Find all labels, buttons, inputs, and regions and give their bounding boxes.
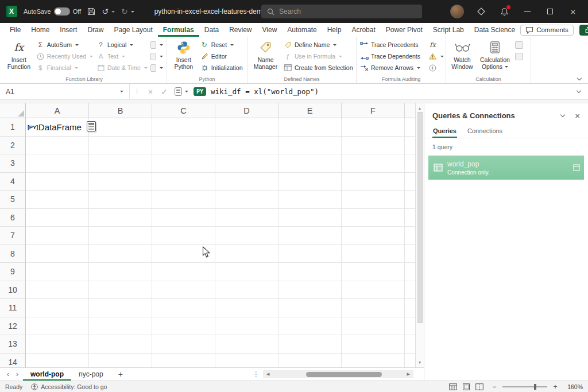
diamond-icon[interactable] [470, 0, 493, 23]
trace-precedents-button[interactable]: Trace Precedents [358, 39, 427, 51]
cell-B13[interactable] [89, 335, 152, 354]
vertical-scrollbar[interactable]: ▲ ▼ [415, 103, 424, 367]
cell-E5[interactable] [278, 191, 342, 209]
menu-tab-insert[interactable]: Insert [55, 23, 82, 37]
select-all-corner[interactable] [0, 103, 26, 118]
cell-A12[interactable] [26, 317, 89, 336]
redo-button[interactable]: ↻ [121, 7, 134, 16]
cell-D3[interactable] [215, 154, 278, 173]
menu-tab-draw[interactable]: Draw [82, 23, 109, 37]
cell-B3[interactable] [89, 154, 152, 173]
row-header-7[interactable]: 7 [0, 227, 26, 245]
row-header-14[interactable]: 14 [0, 354, 26, 368]
scroll-down-arrow[interactable]: ▼ [418, 359, 422, 367]
cell-C13[interactable] [152, 335, 215, 354]
cell-B1[interactable] [89, 118, 152, 137]
zoom-in-button[interactable]: + [552, 383, 558, 391]
name-box-dropdown-icon[interactable] [120, 91, 123, 92]
enter-icon[interactable]: ✓ [157, 87, 172, 96]
reset-button[interactable]: ↻Reset [199, 39, 245, 51]
cell-D11[interactable] [215, 299, 278, 317]
row-header-6[interactable]: 6 [0, 209, 26, 227]
cell-B6[interactable] [89, 209, 152, 227]
menu-tab-page-layout[interactable]: Page Layout [109, 23, 157, 37]
accessibility-status[interactable]: Accessibility: Good to go [31, 383, 107, 390]
vertical-scroll-thumb[interactable] [417, 112, 423, 323]
cell-D6[interactable] [215, 209, 278, 227]
cell-A8[interactable] [26, 245, 89, 263]
cell-F14[interactable] [342, 354, 405, 368]
notifications-bell-icon[interactable] [493, 0, 516, 23]
initialization-button[interactable]: Initialization [199, 62, 245, 73]
cancel-icon[interactable]: × [144, 87, 157, 96]
autosum-button[interactable]: ΣAutoSum [34, 39, 95, 51]
row-header-9[interactable]: 9 [0, 263, 26, 281]
cell-B8[interactable] [89, 245, 152, 263]
formula-bar-resizer[interactable]: ⋮ [130, 88, 144, 95]
name-manager-button[interactable]: Name Manager [249, 37, 282, 75]
cell-C10[interactable] [152, 281, 215, 300]
menu-tab-data[interactable]: Data [199, 23, 224, 37]
more-functions-button[interactable] [149, 62, 165, 73]
cell-F6[interactable] [342, 209, 405, 227]
calculation-options-button[interactable]: Calculation Options [477, 37, 513, 75]
cell-A3[interactable] [26, 154, 89, 173]
cell-E3[interactable] [278, 154, 342, 173]
cell-D12[interactable] [215, 317, 278, 336]
menu-tab-view[interactable]: View [257, 23, 283, 37]
ribbon-collapse-chevron[interactable] [577, 76, 582, 80]
cell-D5[interactable] [215, 191, 278, 209]
row-header-3[interactable]: 3 [0, 154, 26, 173]
menu-tab-data-science[interactable]: Data Science [469, 23, 520, 37]
save-button[interactable] [87, 7, 95, 15]
page-layout-view-icon[interactable] [462, 383, 470, 390]
cell-A14[interactable] [26, 354, 89, 368]
cell-B4[interactable] [89, 173, 152, 191]
cell-F10[interactable] [342, 281, 405, 300]
cell-B9[interactable] [89, 263, 152, 281]
cell-D10[interactable] [215, 281, 278, 300]
cell-A5[interactable] [26, 191, 89, 209]
cell-E12[interactable] [278, 317, 342, 336]
lookup-reference-button[interactable] [149, 39, 165, 51]
cell-F9[interactable] [342, 263, 405, 281]
zoom-level[interactable]: 160% [563, 383, 583, 390]
cell-E6[interactable] [278, 209, 342, 227]
normal-view-icon[interactable] [449, 383, 457, 390]
cell-F5[interactable] [342, 191, 405, 209]
sheet-bar-divider[interactable]: ⋮ [253, 368, 260, 381]
cell-A9[interactable] [26, 263, 89, 281]
cell-B10[interactable] [89, 281, 152, 300]
sheet-tab-world-pop[interactable]: world-pop [23, 368, 71, 381]
close-button[interactable]: × [562, 0, 585, 23]
cell-F11[interactable] [342, 299, 405, 317]
logical-button[interactable]: ?Logical [95, 39, 149, 51]
cell-E11[interactable] [278, 299, 342, 317]
column-header-E[interactable]: E [278, 103, 342, 118]
tab-connections[interactable]: Connections [467, 126, 503, 138]
cell-C9[interactable] [152, 263, 215, 281]
cell-E8[interactable] [278, 245, 342, 263]
cell-E13[interactable] [278, 335, 342, 354]
cell-D13[interactable] [215, 335, 278, 354]
cell-C6[interactable] [152, 209, 215, 227]
row-header-4[interactable]: 4 [0, 173, 26, 191]
cell-E7[interactable] [278, 227, 342, 245]
restore-button[interactable] [539, 0, 562, 23]
scroll-up-arrow[interactable]: ▲ [418, 103, 422, 112]
comments-button[interactable]: Comments [520, 25, 574, 36]
cell-D7[interactable] [215, 227, 278, 245]
formula-bar-expand-chevron[interactable] [577, 88, 581, 93]
row-header-5[interactable]: 5 [0, 191, 26, 209]
row-header-2[interactable]: 2 [0, 137, 26, 155]
cell-C11[interactable] [152, 299, 215, 317]
cell-E9[interactable] [278, 263, 342, 281]
cell-C4[interactable] [152, 173, 215, 191]
sheet-nav-right-arrow[interactable]: › [13, 370, 22, 378]
data-card-icon[interactable] [87, 121, 96, 131]
cell-C7[interactable] [152, 227, 215, 245]
insert-python-button[interactable]: Insert Python [169, 37, 199, 75]
menu-tab-formulas[interactable]: Formulas [158, 23, 199, 37]
horizontal-scroll-thumb[interactable] [306, 372, 382, 377]
horizontal-scrollbar[interactable]: ◀ ▶ [263, 370, 413, 378]
